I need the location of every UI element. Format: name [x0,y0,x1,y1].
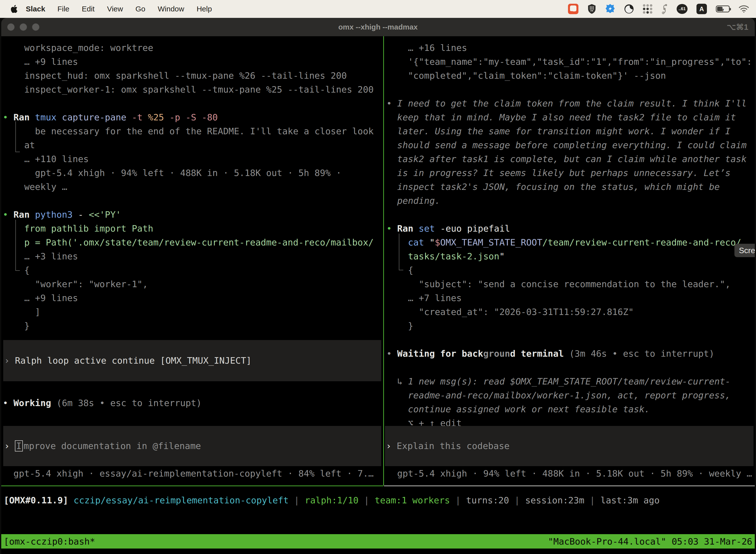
tmux-session-label[interactable]: [omx-cczip0:bash* [4,536,95,547]
menu-item-view[interactable]: View [101,5,129,13]
terminal-line [386,82,755,97]
input-source-icon[interactable]: A [696,4,707,14]
terminal-line: inspect task2's JSON, focusing on the st… [386,180,755,194]
prompt-input-right[interactable]: › Explain this codebase [385,426,754,466]
pane-divider[interactable] [383,36,384,486]
apple-menu-icon[interactable] [11,5,17,13]
menu-item-edit[interactable]: Edit [76,5,101,13]
terminal-line: "completed","claim_token":"claim-token"}… [386,69,755,82]
left-pane: workspace_mode: worktree … +9 lines insp… [1,41,383,334]
menu-bar: Slack File Edit View Go Window Help [0,0,756,18]
model-status-right: gpt-5.4 xhigh · 94% left · 488K in · 5.1… [385,466,755,481]
terminal-line [386,361,755,375]
terminal-line: } [386,319,755,333]
terminal-line: should send a message before completing … [386,138,755,152]
menu-item-file[interactable]: File [51,5,75,13]
terminal-line: from pathlib import Path [3,222,383,235]
terminal-line: tasks/task-2.json" [386,250,755,263]
terminal-line: … +9 lines [3,291,383,305]
terminal-line: inspect_hud: omx sparkshell --tmux-pane … [3,69,383,82]
terminal-line: is in progress? It seems likely but perh… [386,166,755,180]
terminal-line: › Improve documentation in @filename [3,439,381,453]
terminal-line: … +16 lines [386,41,755,55]
terminal-line: keep that in mind. Maybe I also need the… [386,110,755,124]
charging-bolt-icon: ϟ [720,5,724,13]
active-app-name[interactable]: Slack [20,5,51,13]
terminal-line: weekly … [3,180,383,194]
output-connector [399,233,403,270]
terminal-line: • Working (6m 38s • esc to interrupt) [3,396,202,410]
omx-session-status: [OMX#0.11.9] cczip/essay/ai-reimplementa… [1,493,755,507]
terminal-line: gpt-5.4 xhigh · 94% left · 488K in · 5.1… [386,466,755,481]
screen-tooltip: Scre [735,244,755,257]
screen: Slack File Edit View Go Window Help [0,0,756,554]
terminal-line [386,333,755,347]
dots-grid-icon[interactable] [643,4,652,14]
terminal-line: { [386,263,755,277]
terminal-line: workspace_mode: worktree [3,41,383,55]
terminal-line: ↳ 1 new msg(s): read $OMX_TEAM_STATE_ROO… [386,375,755,388]
pane-border-horizontal-right[interactable] [384,486,755,486]
output-connector [15,121,20,152]
terminal-line: pending. [386,194,755,208]
terminal-line: • Ran python3 - <<'PY' [3,208,383,222]
terminal-line: › Explain this codebase [385,439,754,453]
terminal-line: gpt-5.4 xhigh · 94% left · 488K in · 5.1… [3,166,383,180]
menu-item-help[interactable]: Help [190,5,218,13]
terminal-line [3,97,383,110]
terminal-line: { [3,263,383,277]
terminal-line: "worker": "worker-1", [3,277,383,291]
window-shortcut-badge: ⌥⌘1 [727,18,748,36]
terminal-line [386,208,755,222]
terminal-line: } [3,319,383,333]
crescent-circle-icon[interactable] [624,4,634,14]
model-status-left: gpt-5.4 xhigh · essay/ai-reimplementatio… [1,466,383,481]
terminal-line: later. Using the same for transition mig… [386,124,755,138]
menu-item-go[interactable]: Go [129,5,151,13]
battery-icon[interactable]: ϟ [716,5,730,12]
terminal-line: • Waiting for background terminal (3m 46… [386,347,755,361]
terminal-line [3,194,383,208]
pane-border-horizontal-left[interactable] [1,486,383,486]
terminal-line: '{"team_name":"my-team","task_id":"1","f… [386,55,755,69]
chat-app-icon[interactable] [568,4,578,14]
ralph-loop-banner: › Ralph loop active continue [OMX_TMUX_I… [3,340,381,381]
terminal-line: … +3 lines [3,250,383,263]
terminal-line: [OMX#0.11.9] cczip/essay/ai-reimplementa… [4,493,755,507]
terminal-line: • I need to get the claim token from the… [386,97,755,110]
terminal-line: • Ran tmux capture-pane -t %25 -p -S -80 [3,110,383,124]
terminal-line: … +110 lines [3,152,383,166]
terminal-line: continue assigned work or next feasible … [386,402,755,416]
badge-61-icon[interactable]: ..61 [677,4,688,14]
output-connector [15,220,20,271]
terminal-line: p = Path('.omx/state/team/review-current… [3,235,383,250]
shield-icon[interactable] [587,4,596,14]
terminal-line: cat "$OMX_TEAM_STATE_ROOT/team/review-cu… [386,235,755,250]
terminal-line: … +9 lines [3,55,383,69]
terminal-line: "subject": "send a concise recommendatio… [386,277,755,291]
spark-badge-icon[interactable] [605,4,615,14]
menu-bar-left: Slack File Edit View Go Window Help [0,5,218,13]
window-title-bar[interactable]: omx --xhigh --madmax ⌥⌘1 [1,18,755,36]
window-title: omx --xhigh --madmax [1,18,755,36]
terminal-line: task2 after task1 is complete, but can I… [386,152,755,166]
menu-item-window[interactable]: Window [151,5,190,13]
terminal-line: gpt-5.4 xhigh · essay/ai-reimplementatio… [3,466,383,481]
terminal-window: omx --xhigh --madmax ⌥⌘1 workspace_mode:… [1,18,755,554]
terminal-line: readme-and-reco/mailbox/worker-1.json, a… [386,388,755,402]
menu-bar-status-icons: ..61 A ϟ [568,4,756,14]
terminal-line: › Ralph loop active continue [OMX_TMUX_I… [3,354,381,368]
terminal-line: at [3,138,383,152]
paths-icon[interactable] [661,4,668,14]
prompt-input-left[interactable]: › Improve documentation in @filename [3,426,381,466]
tmux-status-bar: [omx-cczip0:bash* "MacBook-Pro-44.local"… [1,534,755,549]
terminal-line: be necessary for the end of the README. … [3,124,383,138]
tmux-host-clock: "MacBook-Pro-44.local" 05:03 31-Mar-26 [548,536,752,547]
wifi-icon[interactable] [739,5,749,13]
terminal-line: inspect_worker-1: omx sparkshell --tmux-… [3,82,383,97]
terminal-line: • Ran set -euo pipefail [386,222,755,235]
terminal-line: ] [3,305,383,319]
working-status: • Working (6m 38s • esc to interrupt) [1,396,202,410]
terminal-line: … +7 lines [386,291,755,305]
terminal-line: "created_at": "2026-03-31T11:59:27.816Z" [386,305,755,319]
